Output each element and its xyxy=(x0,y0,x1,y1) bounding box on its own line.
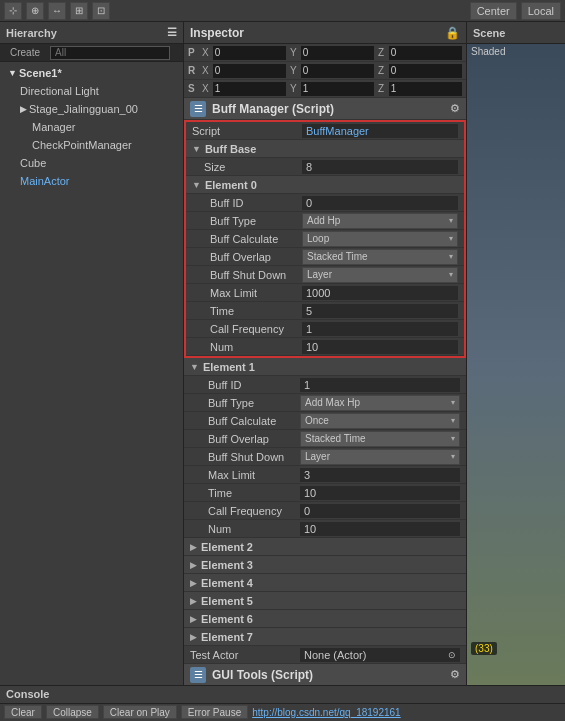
hierarchy-cube[interactable]: Cube xyxy=(0,154,183,172)
element2-header[interactable]: ▶ Element 2 xyxy=(184,538,466,556)
scene-content[interactable]: Shaded (33) xyxy=(467,44,565,685)
center-button[interactable]: Center xyxy=(470,2,517,20)
hierarchy-search-input[interactable] xyxy=(50,46,170,60)
scale-z-input[interactable] xyxy=(389,82,462,96)
element3-header[interactable]: ▶ Element 3 xyxy=(184,556,466,574)
e1-time-value[interactable]: 10 xyxy=(300,486,460,500)
gui-tools-gear-icon[interactable]: ⚙ xyxy=(450,668,460,681)
e1-buff-id-value[interactable]: 1 xyxy=(300,378,460,392)
e0-time-value[interactable]: 5 xyxy=(302,304,458,318)
hierarchy-lock-icon[interactable]: ☰ xyxy=(167,26,177,39)
directional-light-label: Directional Light xyxy=(20,85,99,97)
scale-y-input[interactable] xyxy=(301,82,374,96)
e0-call-freq-row: Call Frequency 1 xyxy=(186,320,464,338)
element6-header[interactable]: ▶ Element 6 xyxy=(184,610,466,628)
e0-buff-calc-value: Loop xyxy=(307,233,329,244)
e1-buff-overlap-label: Buff Overlap xyxy=(190,433,300,445)
rotation-x-input[interactable] xyxy=(213,64,286,78)
e0-buff-overlap-arrow: ▾ xyxy=(449,252,453,261)
script-value[interactable]: BuffManager xyxy=(302,124,458,138)
e0-buff-overlap-row: Buff Overlap Stacked Time ▾ xyxy=(186,248,464,266)
e1-buff-calc-select[interactable]: Once ▾ xyxy=(300,413,460,429)
hierarchy-title: Hierarchy xyxy=(6,27,57,39)
scene-title: Scene xyxy=(473,27,505,39)
e0-buff-calc-row: Buff Calculate Loop ▾ xyxy=(186,230,464,248)
e1-num-value[interactable]: 10 xyxy=(300,522,460,536)
element7-header[interactable]: ▶ Element 7 xyxy=(184,628,466,646)
e1-buff-calc-label: Buff Calculate xyxy=(190,415,300,427)
element3-arrow: ▶ xyxy=(190,560,197,570)
e0-time-row: Time 5 xyxy=(186,302,464,320)
e0-num-value[interactable]: 10 xyxy=(302,340,458,354)
toolbar-icon-rotate[interactable]: ⊕ xyxy=(26,2,44,20)
size-value[interactable]: 8 xyxy=(302,160,458,174)
inspector-lock-icon[interactable]: 🔒 xyxy=(445,26,460,40)
toolbar-icon-move[interactable]: ⊹ xyxy=(4,2,22,20)
e1-time-label: Time xyxy=(190,487,300,499)
component-settings-icon[interactable]: ⚙ xyxy=(450,102,460,115)
element2-arrow: ▶ xyxy=(190,542,197,552)
scale-x-input[interactable] xyxy=(213,82,286,96)
e0-buff-overlap-select[interactable]: Stacked Time ▾ xyxy=(302,249,458,265)
gui-tools-component-header: ☰ GUI Tools (Script) ⚙ xyxy=(184,664,466,685)
element1-header[interactable]: ▼ Element 1 xyxy=(184,358,466,376)
create-button[interactable]: Create xyxy=(4,45,46,60)
hierarchy-manager[interactable]: Manager xyxy=(0,118,183,136)
collapse-button[interactable]: Collapse xyxy=(46,705,99,719)
toolbar-icon-transform[interactable]: ⊡ xyxy=(92,2,110,20)
e0-buff-shutdown-select[interactable]: Layer ▾ xyxy=(302,267,458,283)
console-panel: Console Clear Collapse Clear on Play Err… xyxy=(0,685,565,721)
clear-on-play-button[interactable]: Clear on Play xyxy=(103,705,177,719)
console-link[interactable]: http://blog.csdn.net/qq_18192161 xyxy=(252,707,400,718)
hierarchy-checkpoint-manager[interactable]: CheckPointManager xyxy=(0,136,183,154)
element4-header[interactable]: ▶ Element 4 xyxy=(184,574,466,592)
e0-buff-type-arrow: ▾ xyxy=(449,216,453,225)
hierarchy-stage[interactable]: ▶ Stage_Jialingguan_00 xyxy=(0,100,183,118)
e1-buff-id-row: Buff ID 1 xyxy=(184,376,466,394)
e1-max-limit-value[interactable]: 3 xyxy=(300,468,460,482)
toolbar-icon-scale[interactable]: ↔ xyxy=(48,2,66,20)
position-z-input[interactable] xyxy=(389,46,462,60)
component-name: Buff Manager (Script) xyxy=(212,102,444,116)
e1-buff-overlap-value: Stacked Time xyxy=(305,433,366,444)
e0-buff-overlap-label: Buff Overlap xyxy=(192,251,302,263)
element5-header[interactable]: ▶ Element 5 xyxy=(184,592,466,610)
e0-buff-id-value[interactable]: 0 xyxy=(302,196,458,210)
e0-max-limit-value[interactable]: 1000 xyxy=(302,286,458,300)
scale-row: S X Y Z xyxy=(184,80,466,98)
e1-buff-type-arrow: ▾ xyxy=(451,398,455,407)
error-pause-button[interactable]: Error Pause xyxy=(181,705,248,719)
position-y-input[interactable] xyxy=(301,46,374,60)
buff-base-section-header[interactable]: ▼ Buff Base xyxy=(186,140,464,158)
hierarchy-scene1[interactable]: ▼ Scene1* xyxy=(0,64,183,82)
rotation-y-input[interactable] xyxy=(301,64,374,78)
test-actor-select-icon[interactable]: ⊙ xyxy=(448,650,456,660)
element0-header[interactable]: ▼ Element 0 xyxy=(186,176,464,194)
rotation-row: R X Y Z xyxy=(184,62,466,80)
e0-buff-calc-select[interactable]: Loop ▾ xyxy=(302,231,458,247)
hierarchy-directional-light[interactable]: Directional Light xyxy=(0,82,183,100)
e1-call-freq-value[interactable]: 0 xyxy=(300,504,460,518)
e0-num-row: Num 10 xyxy=(186,338,464,356)
e0-buff-shutdown-label: Buff Shut Down xyxy=(192,269,302,281)
checkpoint-label: CheckPointManager xyxy=(32,139,132,151)
e1-num-label: Num xyxy=(190,523,300,535)
clear-button[interactable]: Clear xyxy=(4,705,42,719)
local-button[interactable]: Local xyxy=(521,2,561,20)
e0-buff-type-select[interactable]: Add Hp ▾ xyxy=(302,213,458,229)
toolbar-icon-rect[interactable]: ⊞ xyxy=(70,2,88,20)
element1-label: Element 1 xyxy=(203,361,255,373)
scene1-label: Scene1* xyxy=(19,67,62,79)
scene-3d-viewport[interactable] xyxy=(467,44,565,685)
e1-buff-overlap-select[interactable]: Stacked Time ▾ xyxy=(300,431,460,447)
scale-xyz: X Y Z xyxy=(202,82,462,96)
e0-call-freq-value[interactable]: 1 xyxy=(302,322,458,336)
e1-buff-type-select[interactable]: Add Max Hp ▾ xyxy=(300,395,460,411)
rotation-z-input[interactable] xyxy=(389,64,462,78)
e1-buff-shutdown-select[interactable]: Layer ▾ xyxy=(300,449,460,465)
e1-num-row: Num 10 xyxy=(184,520,466,538)
main-layout: Hierarchy ☰ Create ▼ Scene1* Directional… xyxy=(0,22,565,685)
element4-label: Element 4 xyxy=(201,577,253,589)
position-x-input[interactable] xyxy=(213,46,286,60)
hierarchy-main-actor[interactable]: MainActor xyxy=(0,172,183,190)
